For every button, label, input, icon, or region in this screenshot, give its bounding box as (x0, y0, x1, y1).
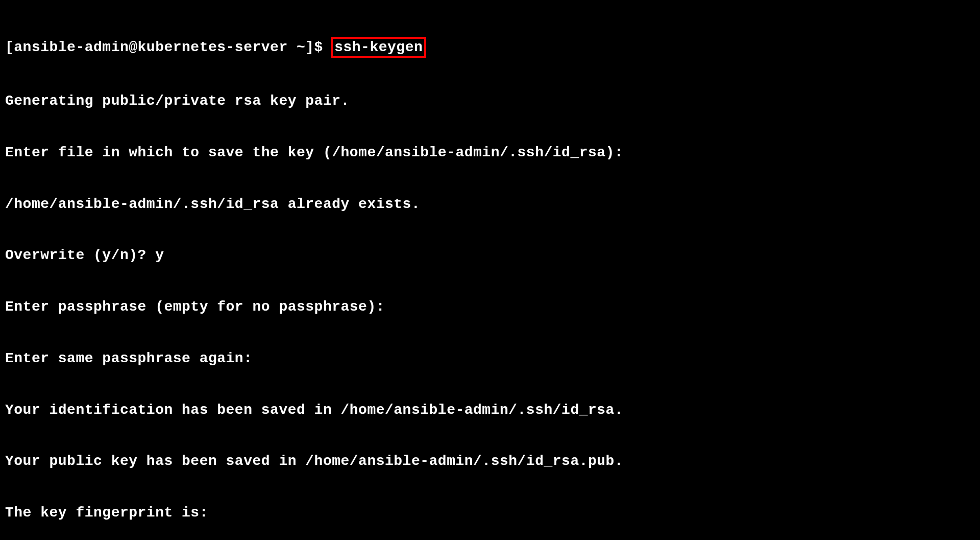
output-line: Your identification has been saved in /h… (5, 402, 975, 419)
output-line: Enter file in which to save the key (/ho… (5, 144, 975, 161)
output-line: /home/ansible-admin/.ssh/id_rsa already … (5, 196, 975, 213)
output-line: Generating public/private rsa key pair. (5, 92, 975, 110)
shell-prompt: [ansible-admin@kubernetes-server ~]$ (5, 39, 332, 55)
output-line: Overwrite (y/n)? y (5, 247, 975, 264)
output-line: The key fingerprint is: (5, 504, 975, 522)
output-line: Enter passphrase (empty for no passphras… (5, 298, 975, 316)
command-line: [ansible-admin@kubernetes-server ~]$ ssh… (5, 37, 975, 58)
terminal-window[interactable]: [ansible-admin@kubernetes-server ~]$ ssh… (5, 3, 975, 540)
command-highlight: ssh-keygen (331, 37, 426, 58)
output-line: Enter same passphrase again: (5, 350, 975, 367)
output-line: Your public key has been saved in /home/… (5, 453, 975, 470)
ssh-keygen-command: ssh-keygen (334, 39, 423, 55)
